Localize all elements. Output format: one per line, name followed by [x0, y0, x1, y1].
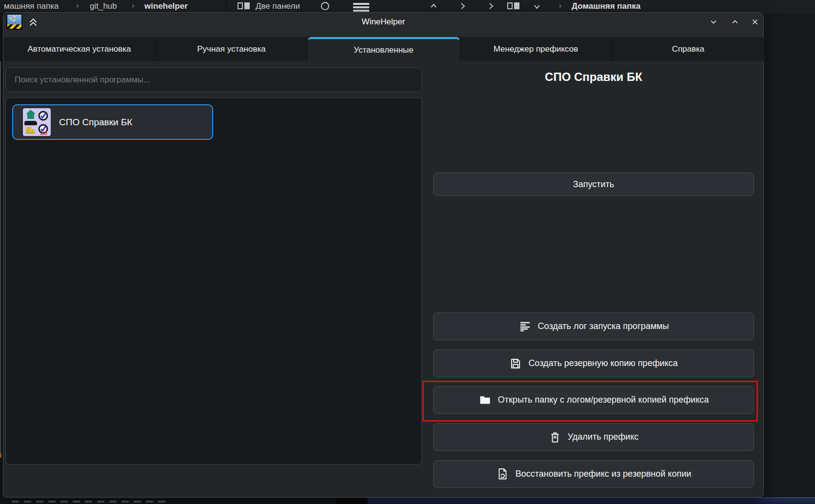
breadcrumb-chevron-icon: ›: [76, 1, 79, 10]
program-list-item-selected[interactable]: 2.5 СПО Справки БК: [12, 104, 213, 140]
view-mode-icon[interactable]: [507, 2, 520, 10]
breadcrumb-segment[interactable]: git_hub: [90, 1, 117, 11]
split-view-icon: [238, 2, 251, 10]
split-view-button[interactable]: Две панели: [256, 1, 300, 11]
backup-prefix-button[interactable]: Создать резервную копию префикса: [433, 349, 754, 377]
menu-icon[interactable]: [353, 3, 369, 12]
breadcrumb-chevron-icon: ›: [559, 1, 561, 10]
backup-prefix-label: Создать резервную копию префикса: [528, 358, 677, 368]
tab-manual-install[interactable]: Ручная установка: [156, 37, 308, 61]
installed-search: [5, 67, 422, 92]
trash-icon: [549, 431, 561, 444]
program-detail-panel: СПО Справки БК Запустить Создать лог зап…: [423, 13, 764, 498]
program-list: 2.5 СПО Справки БК: [5, 97, 422, 465]
log-icon: [518, 320, 532, 333]
version-badge: 2.5: [40, 131, 47, 136]
program-icon: 2.5: [23, 108, 51, 136]
delete-prefix-button[interactable]: Удалить префикс: [433, 423, 754, 451]
check-clock-icon: [38, 111, 48, 121]
restore-prefix-button[interactable]: Восстановить префикс из резервной копии: [433, 460, 754, 488]
restore-prefix-label: Восстановить префикс из резервной копии: [516, 469, 692, 479]
background-panel-edge: [0, 61, 1, 456]
breadcrumb-home[interactable]: Домашняя папка: [572, 1, 640, 11]
background-statusbar: [0, 497, 815, 504]
program-name: СПО Справки БК: [59, 117, 132, 128]
forward-icon[interactable]: [487, 1, 496, 10]
breadcrumb-chevron-icon: ›: [132, 1, 134, 10]
background-taskbar: [368, 497, 815, 504]
background-artifact: [0, 453, 1, 458]
run-button-label: Запустить: [573, 179, 614, 190]
winehelper-window: WineHelper Автоматическая установка Ручн…: [3, 12, 764, 498]
search-icon[interactable]: [321, 2, 329, 10]
run-button[interactable]: Запустить: [433, 173, 754, 196]
search-input[interactable]: [6, 68, 421, 92]
save-icon: [509, 357, 522, 370]
delete-prefix-label: Удалить префикс: [568, 432, 638, 442]
open-folder-button[interactable]: Открыть папку с логом/резервной копией п…: [433, 386, 754, 414]
up-icon[interactable]: [429, 1, 438, 10]
clipped-status-text: [12, 501, 167, 503]
background-area: [764, 13, 815, 497]
detail-title: СПО Справки БК: [423, 70, 764, 84]
toolbar-divider: [226, 0, 227, 13]
open-folder-label: Открыть папку с логом/резервной копией п…: [498, 395, 709, 405]
tab-auto-install[interactable]: Автоматическая установка: [3, 37, 156, 61]
folder-icon: [478, 393, 492, 407]
create-log-label: Создать лог запуска программы: [538, 321, 669, 331]
breadcrumb-segment-current[interactable]: winehelper: [144, 1, 188, 11]
create-log-button[interactable]: Создать лог запуска программы: [433, 312, 754, 340]
chevron-down-icon[interactable]: [533, 2, 541, 11]
breadcrumb-segment[interactable]: машняя папка: [4, 1, 59, 11]
background-file-manager-toolbar: машняя папка › git_hub › winehelper Две …: [0, 0, 815, 13]
forward-icon[interactable]: [458, 1, 467, 10]
restore-icon: [496, 467, 509, 481]
background-gap: [336, 497, 368, 504]
